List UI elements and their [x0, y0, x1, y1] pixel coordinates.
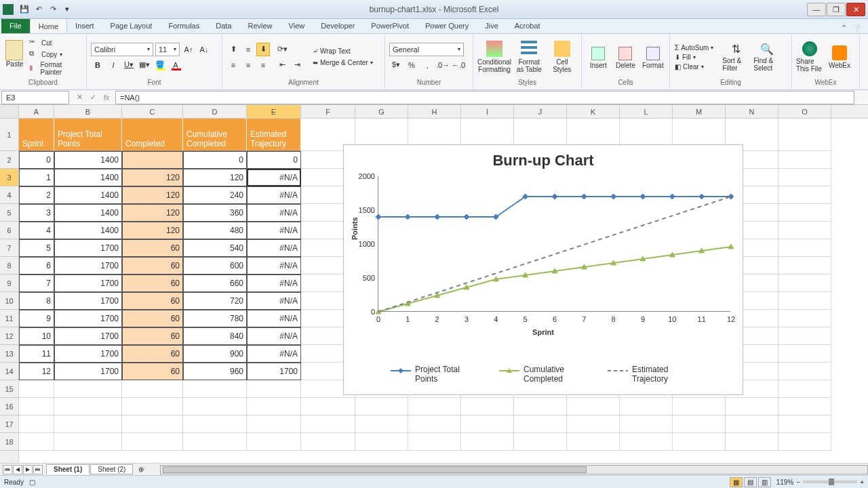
minimize-button[interactable]: — [807, 3, 826, 16]
cell-E3[interactable]: #N/A [247, 169, 301, 186]
cell-C15[interactable] [122, 380, 183, 398]
header-cell-B[interactable]: Project Total Points [54, 119, 122, 151]
cell-L16[interactable] [620, 398, 673, 415]
paste-button[interactable]: Paste [4, 37, 25, 77]
cell-L18[interactable] [620, 433, 673, 451]
cell-I17[interactable] [461, 415, 514, 433]
cell-B17[interactable] [54, 415, 122, 433]
column-header-C[interactable]: C [122, 105, 183, 118]
cell-C2[interactable] [122, 151, 183, 169]
cell-D9[interactable]: 660 [183, 274, 247, 292]
cell-O4[interactable] [778, 186, 831, 204]
row-header-12[interactable]: 12 [0, 327, 18, 345]
cell-O2[interactable] [778, 151, 831, 169]
name-box[interactable]: E3 [1, 91, 69, 104]
cell-A11[interactable]: 9 [19, 310, 54, 327]
cell-B10[interactable]: 1700 [54, 292, 122, 310]
cell-O8[interactable] [778, 257, 831, 274]
cell-E2[interactable]: 0 [247, 151, 301, 169]
row-header-15[interactable]: 15 [0, 380, 18, 398]
row-header-10[interactable]: 10 [0, 292, 18, 310]
cell-E6[interactable]: #N/A [247, 222, 301, 239]
sheet-nav-last-icon[interactable]: ⏭ [33, 465, 43, 474]
zoom-slider[interactable] [803, 481, 857, 483]
cell-M17[interactable] [673, 415, 726, 433]
column-header-E[interactable]: E [247, 105, 301, 118]
qat-more-icon[interactable]: ▾ [61, 3, 73, 16]
copy-button[interactable]: Copy ▾ [28, 49, 82, 60]
header-cell-O[interactable] [778, 119, 831, 151]
cell-B6[interactable]: 1400 [54, 222, 122, 239]
cell-M16[interactable] [673, 398, 726, 415]
cell-C14[interactable]: 60 [122, 363, 183, 380]
cell-I18[interactable] [461, 433, 514, 451]
tab-file[interactable]: File [1, 18, 30, 33]
cell-O12[interactable] [778, 327, 831, 345]
cell-A5[interactable]: 3 [19, 204, 54, 222]
cell-M18[interactable] [673, 433, 726, 451]
cell-B8[interactable]: 1700 [54, 257, 122, 274]
cell-A16[interactable] [19, 398, 54, 415]
cell-D16[interactable] [183, 398, 247, 415]
format-as-table-button[interactable]: Format as Table [514, 39, 545, 75]
cell-B16[interactable] [54, 398, 122, 415]
cell-F16[interactable] [301, 398, 355, 415]
cell-O17[interactable] [778, 415, 831, 433]
header-cell-C[interactable]: Completed [122, 119, 183, 151]
fill-color-button[interactable]: 🪣 [153, 58, 167, 72]
cell-J17[interactable] [514, 415, 567, 433]
tab-power-query[interactable]: Power Query [417, 18, 477, 33]
cell-K16[interactable] [567, 398, 620, 415]
tab-formulas[interactable]: Formulas [160, 18, 208, 33]
cell-O16[interactable] [778, 398, 831, 415]
header-cell-D[interactable]: Cumulative Completed [183, 119, 247, 151]
cell-B7[interactable]: 1700 [54, 239, 122, 257]
cell-A7[interactable]: 5 [19, 239, 54, 257]
cell-C10[interactable]: 60 [122, 292, 183, 310]
cell-B4[interactable]: 1400 [54, 186, 122, 204]
column-header-I[interactable]: I [461, 105, 514, 118]
close-button[interactable]: ✕ [846, 3, 865, 16]
cell-D8[interactable]: 600 [183, 257, 247, 274]
column-header-G[interactable]: G [355, 105, 408, 118]
cell-A14[interactable]: 12 [19, 363, 54, 380]
cell-E12[interactable]: #N/A [247, 327, 301, 345]
cut-button[interactable]: Cut [28, 37, 82, 48]
row-header-3[interactable]: 3 [0, 169, 18, 186]
align-right-icon[interactable]: ≡ [256, 58, 270, 72]
font-size-select[interactable]: 11▾ [155, 43, 180, 56]
tab-jive[interactable]: Jive [477, 18, 507, 33]
cell-B5[interactable]: 1400 [54, 204, 122, 222]
row-header-14[interactable]: 14 [0, 363, 18, 380]
zoom-level[interactable]: 119% [776, 479, 794, 486]
cell-D17[interactable] [183, 415, 247, 433]
tab-page-layout[interactable]: Page Layout [102, 18, 161, 33]
cell-O9[interactable] [778, 274, 831, 292]
increase-font-icon[interactable]: A↑ [182, 43, 195, 56]
cell-A3[interactable]: 1 [19, 169, 54, 186]
cell-D3[interactable]: 120 [183, 169, 247, 186]
cell-O14[interactable] [778, 363, 831, 380]
font-color-button[interactable]: A [169, 58, 182, 72]
header-cell-E[interactable]: Estimated Trajectory [247, 119, 301, 151]
view-page-break-icon[interactable]: ▥ [758, 477, 771, 487]
cell-C18[interactable] [122, 433, 183, 451]
select-all-corner[interactable] [0, 105, 19, 118]
help-icon[interactable]: ❔ [852, 22, 863, 33]
cells-area[interactable]: SprintProject Total PointsCompletedCumul… [19, 119, 868, 463]
cell-D14[interactable]: 960 [183, 363, 247, 380]
cell-C4[interactable]: 120 [122, 186, 183, 204]
row-header-1[interactable]: 1 [0, 119, 18, 151]
cell-D5[interactable]: 360 [183, 204, 247, 222]
insert-cells-button[interactable]: Insert [586, 45, 610, 69]
cell-A9[interactable]: 7 [19, 274, 54, 292]
cell-F17[interactable] [301, 415, 355, 433]
decrease-indent-icon[interactable]: ⇤ [275, 58, 289, 72]
row-header-5[interactable]: 5 [0, 204, 18, 222]
cell-B11[interactable]: 1700 [54, 310, 122, 327]
cell-K17[interactable] [567, 415, 620, 433]
number-format-select[interactable]: General▾ [389, 43, 464, 56]
cell-E10[interactable]: #N/A [247, 292, 301, 310]
restore-button[interactable]: ❐ [827, 3, 846, 16]
wrap-text-button[interactable]: ⤶Wrap Text [311, 46, 375, 56]
